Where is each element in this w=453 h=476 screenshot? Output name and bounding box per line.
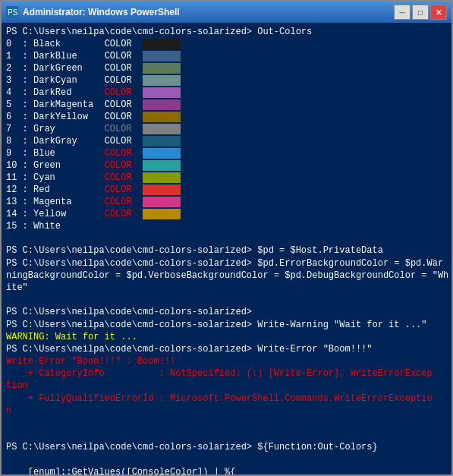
swatch-8 xyxy=(143,136,181,147)
swatch-14 xyxy=(143,209,181,219)
line-error-5: n xyxy=(6,405,447,417)
color-row-14: 14 : Yellow COLOR xyxy=(6,208,447,220)
line-empty-prompt: PS C:\Users\neilpa\code\cmd-colors-solar… xyxy=(6,306,447,318)
swatch-13 xyxy=(143,197,181,207)
color-row-2: 2 : DarkGreen COLOR xyxy=(6,62,447,74)
line-write-error-cmd: PS C:\Users\neilpa\code\cmd-colors-solar… xyxy=(6,343,447,355)
code-1: [enum]::GetValues([ConsoleColor]) | %{ xyxy=(6,466,447,474)
line-warning-output: WARNING: Wait for it ... xyxy=(6,331,447,343)
line-error-1: Write-Error "Boom!!!" : Boom!!! xyxy=(6,355,447,367)
maximize-button[interactable]: □ xyxy=(412,5,429,20)
line-prompt-1: PS C:\Users\neilpa\code\cmd-colors-solar… xyxy=(6,26,447,38)
terminal-content[interactable]: PS C:\Users\neilpa\code\cmd-colors-solar… xyxy=(2,23,451,474)
window-title: Administrator: Windows PowerShell xyxy=(23,7,389,17)
swatch-2 xyxy=(143,63,181,74)
color-row-6: 6 : DarkYellow COLOR xyxy=(6,111,447,123)
title-bar: PS Administrator: Windows PowerShell ─ □… xyxy=(2,2,451,23)
swatch-5 xyxy=(143,99,181,110)
blank-1 xyxy=(6,232,447,244)
color-row-9: 9 : Blue COLOR xyxy=(6,147,447,159)
swatch-12 xyxy=(143,184,181,195)
line-pd-1: PS C:\Users\neilpa\code\cmd-colors-solar… xyxy=(6,244,447,257)
swatch-6 xyxy=(143,112,181,122)
color-row-5: 5 : DarkMagenta COLOR xyxy=(6,99,447,111)
swatch-11 xyxy=(143,172,181,183)
line-pd-2: PS C:\Users\neilpa\code\cmd-colors-solar… xyxy=(6,257,447,270)
color-row-15: 15 : White xyxy=(6,220,447,232)
terminal-wrapper: PS C:\Users\neilpa\code\cmd-colors-solar… xyxy=(2,23,451,474)
line-pd-3: ningBackgroundColor = $pd.VerboseBackgro… xyxy=(6,270,447,282)
blank-5 xyxy=(6,454,447,466)
blank-2 xyxy=(6,294,447,306)
color-row-4: 4 : DarkRed COLOR xyxy=(6,87,447,99)
blank-3 xyxy=(6,417,447,429)
swatch-4 xyxy=(143,87,181,98)
color-row-3: 3 : DarkCyan COLOR xyxy=(6,74,447,87)
swatch-9 xyxy=(143,148,181,159)
color-row-10: 10 : Green COLOR xyxy=(6,159,447,172)
color-row-13: 13 : Magenta COLOR xyxy=(6,196,447,208)
color-row-12: 12 : Red COLOR xyxy=(6,184,447,196)
blank-4 xyxy=(6,429,447,441)
line-write-warning-cmd: PS C:\Users\neilpa\code\cmd-colors-solar… xyxy=(6,319,447,331)
swatch-3 xyxy=(143,75,181,86)
swatch-1 xyxy=(143,51,181,61)
color-row-8: 8 : DarkGray COLOR xyxy=(6,135,447,147)
svg-text:PS: PS xyxy=(8,8,18,17)
color-row-11: 11 : Cyan COLOR xyxy=(6,172,447,184)
title-bar-buttons: ─ □ ✕ xyxy=(394,5,447,20)
color-row-1: 1 : DarkBlue COLOR xyxy=(6,50,447,62)
swatch-10 xyxy=(143,160,181,171)
swatch-7 xyxy=(143,124,181,134)
color-row-7: 7 : Gray COLOR xyxy=(6,123,447,135)
line-pd-4: ite" xyxy=(6,282,447,294)
window: PS Administrator: Windows PowerShell ─ □… xyxy=(0,0,453,476)
line-error-4: + FullyQualifiedErrorId : Microsoft.Powe… xyxy=(6,392,447,405)
line-function-cmd: PS C:\Users\neilpa\code\cmd-colors-solar… xyxy=(6,441,447,453)
color-row-0: 0 : Black COLOR xyxy=(6,38,447,50)
close-button[interactable]: ✕ xyxy=(430,5,447,20)
minimize-button[interactable]: ─ xyxy=(394,5,411,20)
window-icon: PS xyxy=(6,6,18,18)
swatch-0 xyxy=(143,39,181,49)
line-error-2: + CategoryInfo : NotSpecified: (:) [Writ… xyxy=(6,367,447,380)
line-error-3: tion xyxy=(6,380,447,392)
